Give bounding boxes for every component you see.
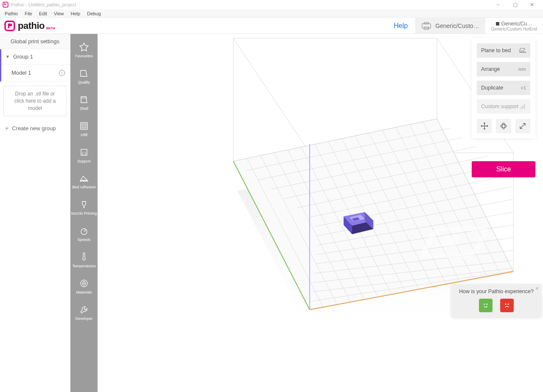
svg-point-17 — [84, 283, 85, 284]
arrange-button[interactable]: Arrange mm — [477, 62, 530, 76]
scale-tool[interactable] — [515, 119, 530, 133]
arrange-label: Arrange — [481, 66, 500, 72]
feedback-sad-button[interactable] — [500, 299, 514, 312]
duplicate-label: Duplicate — [481, 85, 503, 91]
rail-developer[interactable]: Developer — [70, 301, 98, 327]
window-title: Pathio - Untitled_pathio_project — [11, 2, 76, 7]
rotate-tool[interactable] — [496, 119, 511, 133]
temperatures-icon — [79, 252, 89, 262]
support-icon — [79, 148, 89, 157]
svg-rect-1 — [4, 3, 6, 5]
custom-support-button: Custom support — [477, 99, 530, 114]
extruder-dropdown[interactable]: Generic/Cu… Generic/Custom HotEnd — [485, 18, 543, 34]
logo-text: pathio — [18, 20, 45, 31]
logo-beta-badge: BETA — [46, 26, 55, 30]
help-link[interactable]: Help — [386, 18, 415, 34]
materials-icon — [79, 279, 89, 288]
plus-icon: + — [5, 125, 8, 132]
menu-edit[interactable]: Edit — [36, 10, 50, 17]
quality-icon — [79, 69, 89, 78]
hotend-name: Generic/Custom HotEnd — [491, 27, 537, 31]
menu-help[interactable]: Help — [67, 10, 84, 17]
rail-label: Nozzle Priming — [71, 212, 97, 216]
menu-view[interactable]: View — [50, 10, 67, 17]
model-row[interactable]: Model 1 i — [1, 64, 70, 81]
speeds-icon — [79, 226, 89, 235]
sad-face-icon — [503, 302, 511, 309]
svg-rect-68 — [524, 104, 525, 109]
toolbar: pathio BETA Help Generic/Custo… Generic/… — [0, 18, 543, 34]
move-tool[interactable] — [477, 119, 492, 133]
create-new-group-button[interactable]: + Create new group — [0, 120, 70, 136]
feedback-happy-button[interactable] — [479, 299, 493, 312]
rail-shell[interactable]: Shell — [70, 91, 98, 117]
svg-rect-66 — [521, 106, 522, 109]
rail-label: Developer — [75, 317, 92, 321]
global-print-settings-button[interactable]: Global print settings — [0, 34, 70, 49]
svg-point-12 — [84, 207, 85, 208]
group-section: ▼ Group 1 Model 1 i — [0, 49, 70, 81]
window-minimize-button[interactable]: – — [490, 0, 507, 9]
settings-rail: FavouritesQualityShellInfillSupportBed A… — [70, 34, 98, 392]
info-icon[interactable]: i — [59, 70, 65, 76]
menubar: Pathio File Edit View Help Debug — [0, 9, 543, 18]
rail-temperatures[interactable]: Temperatures — [70, 248, 98, 274]
window-maximize-button[interactable]: ▢ — [507, 0, 523, 9]
bed-adhesion-icon — [79, 174, 89, 183]
duplicate-count: +1 — [521, 85, 526, 90]
custom-support-icon — [520, 104, 526, 109]
rail-label: Infill — [81, 133, 87, 137]
rail-speeds[interactable]: Speeds — [70, 222, 98, 248]
duplicate-button[interactable]: Duplicate +1 — [477, 81, 530, 95]
svg-point-71 — [484, 304, 485, 305]
feedback-question: How is your Pathio experience? — [456, 288, 536, 294]
left-panel: Global print settings ▼ Group 1 Model 1 … — [0, 34, 70, 392]
printer-dropdown[interactable]: Generic/Custo… — [415, 18, 485, 34]
feedback-close-button[interactable]: × — [535, 285, 539, 292]
svg-point-70 — [502, 123, 505, 129]
logo: pathio BETA — [0, 18, 61, 34]
rail-materials[interactable]: Materials — [70, 274, 98, 301]
rail-quality[interactable]: Quality — [70, 64, 98, 91]
chevron-down-icon: ▼ — [6, 54, 10, 59]
create-group-label: Create new group — [12, 125, 56, 132]
drop-line-1: Drop an .stl file or — [8, 90, 62, 98]
printer-name: Generic/Custo… — [435, 22, 479, 29]
rail-nozzle-priming[interactable]: Nozzle Priming — [70, 196, 98, 222]
titlebar: Pathio - Untitled_pathio_project – ▢ ✕ — [0, 0, 543, 9]
arrange-unit: mm — [518, 67, 526, 72]
app-icon — [3, 2, 8, 8]
favourites-icon — [79, 42, 89, 52]
rail-label: Support — [77, 160, 91, 164]
rotate-icon — [500, 122, 507, 130]
svg-rect-65 — [519, 52, 526, 53]
happy-face-icon — [482, 302, 490, 309]
group-name: Group 1 — [13, 53, 33, 60]
menu-pathio[interactable]: Pathio — [1, 10, 21, 17]
menu-debug[interactable]: Debug — [84, 10, 104, 17]
svg-rect-67 — [522, 105, 523, 109]
drop-stl-zone[interactable]: Drop an .stl file or click here to add a… — [3, 86, 67, 116]
menu-file[interactable]: File — [21, 10, 36, 17]
window-close-button[interactable]: ✕ — [523, 0, 540, 9]
model-name: Model 1 — [11, 70, 31, 76]
viewport-3d[interactable]: Plane to bed Arrange mm Duplicate +1 Cus… — [98, 34, 543, 392]
rail-infill[interactable]: Infill — [70, 117, 98, 143]
group-row[interactable]: ▼ Group 1 — [1, 49, 70, 64]
logo-icon — [4, 20, 15, 31]
svg-point-69 — [501, 125, 507, 128]
nozzle-priming-icon — [79, 200, 89, 209]
plane-to-bed-button[interactable]: Plane to bed — [477, 43, 530, 58]
rail-label: Favourites — [75, 54, 93, 59]
rail-label: Quality — [78, 81, 90, 85]
right-panel: Plane to bed Arrange mm Duplicate +1 Cus… — [472, 38, 535, 138]
extruder-color-icon — [496, 22, 499, 25]
main: Global print settings ▼ Group 1 Model 1 … — [0, 34, 543, 392]
slice-button[interactable]: Slice — [472, 161, 535, 177]
drop-line-2: click here to add a model — [8, 98, 62, 112]
rail-bed-adhesion[interactable]: Bed Adhesion — [70, 169, 98, 196]
rail-label: Bed Adhesion — [72, 185, 96, 190]
rail-favourites[interactable]: Favourites — [70, 38, 98, 64]
feedback-widget: × How is your Pathio experience? — [451, 284, 541, 317]
rail-support[interactable]: Support — [70, 143, 98, 170]
